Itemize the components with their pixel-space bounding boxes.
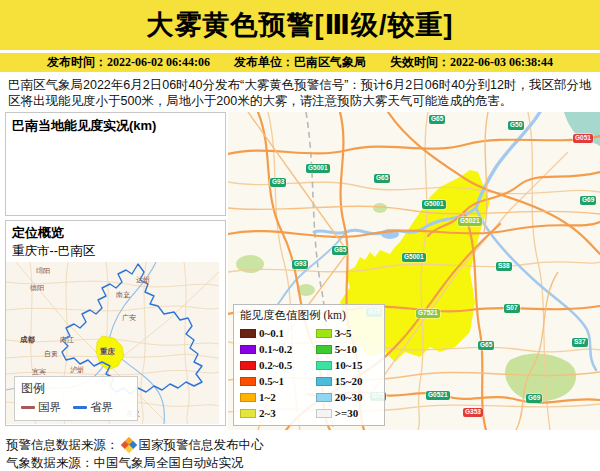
legend-swatch <box>240 345 256 354</box>
legend-item: 0.1~0.2 <box>240 342 308 356</box>
boundary-legend-label: 省界 <box>90 400 113 415</box>
boundary-legend-label: 国界 <box>38 400 61 415</box>
legend-item: 5~10 <box>316 342 378 356</box>
legend-range-label: 0.2~0.5 <box>259 360 292 371</box>
data-sources: 预警信息数据来源： 国家预警信息发布中心 气象数据来源：中国气象局全国自动站实况 <box>0 430 600 471</box>
road-shield-label: G7521 <box>416 309 440 318</box>
city-label: 广安 <box>122 314 136 321</box>
legend-swatch <box>316 377 332 386</box>
road-shield-label: G93 <box>270 178 286 187</box>
boundary-line-swatch <box>73 406 87 409</box>
road-shield-label: G50 <box>508 121 524 130</box>
boundary-legend-rows: 国界省界 <box>21 400 131 415</box>
legend-swatch <box>240 329 256 338</box>
boundary-legend-item: 国界 <box>21 400 61 415</box>
main-content: 巴南当地能见度实况(km) 定位概览 重庆市--巴南区 <box>0 112 600 430</box>
road-shield-label: S07 <box>504 304 520 313</box>
warning-source-line: 预警信息数据来源： 国家预警信息发布中心 <box>6 436 594 454</box>
road-shield-label: G65 <box>429 115 445 124</box>
legend-swatch <box>316 329 332 338</box>
legend-item: 3~5 <box>316 326 378 340</box>
boundary-line-swatch <box>21 406 35 409</box>
warning-description: 巴南区气象局2022年6月2日06时40分发布“大雾黄色预警信号”：预计6月2日… <box>0 72 600 112</box>
location-panel-header: 定位概览 重庆市--巴南区 <box>6 221 225 262</box>
location-panel: 定位概览 重庆市--巴南区 <box>5 220 226 426</box>
legend-item: 10~15 <box>316 358 378 372</box>
legend-range-label: 10~15 <box>335 360 363 371</box>
expire-time: 失效时间：2022-06-03 06:38:44 <box>390 54 553 71</box>
road-shield-label: G051 <box>573 134 593 143</box>
road-shield-label: G69 <box>580 196 596 205</box>
legend-range-label: 1~2 <box>259 392 276 403</box>
city-label: 绵阳 <box>36 267 50 274</box>
weather-source-line: 气象数据来源：中国气象局全国自动站实况 <box>6 454 594 471</box>
legend-range-label: 0~0.1 <box>259 328 284 339</box>
legend-swatch <box>240 361 256 370</box>
city-label: 宜宾 <box>32 368 46 375</box>
road-shield-label: G65 <box>374 174 390 183</box>
boundary-legend: 图例 国界省界 <box>14 376 138 421</box>
road-shield-label: G5001 <box>402 253 426 262</box>
legend-swatch <box>316 345 332 354</box>
road-shield-label: S37 <box>572 338 588 347</box>
road-shield-label: G5001 <box>422 200 446 209</box>
road-shield-label: G85 <box>332 246 348 255</box>
road-shield-label: G5021 <box>458 217 482 226</box>
legend-swatch <box>240 377 256 386</box>
national-warning-center-logo-icon <box>122 438 136 452</box>
legend-item: 2~3 <box>240 406 308 420</box>
overview-map[interactable]: 绵阳德阳达州南充成都广安内江自贡重庆宜宾泸州遵义 图例 国界省界 <box>6 262 225 425</box>
warning-source-name: 国家预警信息发布中心 <box>139 437 264 454</box>
legend-range-label: 20~30 <box>335 392 363 403</box>
legend-swatch <box>240 409 256 418</box>
city-label: 达州 <box>136 276 150 283</box>
road-shield-label: S38 <box>496 262 512 271</box>
issuer: 发布单位：巴南区气象局 <box>234 54 366 71</box>
visibility-legend-items: 0~0.10.1~0.20.2~0.50.5~11~22~33~55~1010~… <box>240 326 378 420</box>
city-label: 南充 <box>116 291 130 298</box>
boundary-legend-item: 省界 <box>73 400 113 415</box>
legend-range-label: 0.5~1 <box>259 376 284 387</box>
legend-item: 15~20 <box>316 374 378 388</box>
city-label: 德阳 <box>30 284 44 291</box>
legend-range-label: 3~5 <box>335 328 352 339</box>
city-label: 泸州 <box>70 366 84 373</box>
legend-item: 20~30 <box>316 390 378 404</box>
legend-range-label: >=30 <box>335 408 359 419</box>
city-label: 内江 <box>60 336 74 343</box>
road-shield-label: G5001 <box>306 164 330 173</box>
boundary-legend-title: 图例 <box>21 380 131 397</box>
left-column: 巴南当地能见度实况(km) 定位概览 重庆市--巴南区 <box>5 112 226 430</box>
city-label: 自贡 <box>44 350 58 357</box>
location-panel-title: 定位概览 <box>12 224 219 242</box>
legend-item: 0.2~0.5 <box>240 358 308 372</box>
road-shield-label: G93 <box>292 260 308 269</box>
legend-range-label: 0.1~0.2 <box>259 344 292 355</box>
legend-item: >=30 <box>316 406 378 420</box>
road-shield-label: G69 <box>526 394 542 403</box>
location-subtitle: 重庆市--巴南区 <box>12 243 219 260</box>
city-label: 成都 <box>20 336 35 344</box>
page-title: 大雾黄色预警[Ⅲ级/较重] <box>146 12 453 39</box>
legend-swatch <box>316 409 332 418</box>
warning-source-label: 预警信息数据来源： <box>6 437 119 454</box>
visibility-color-legend: 能见度色值图例 (km) 0~0.10.1~0.20.2~0.50.5~11~2… <box>233 304 385 426</box>
road-shield-label: G0521 <box>426 391 450 400</box>
issue-time: 发布时间：2022-06-02 06:44:06 <box>47 54 210 71</box>
warning-meta-bar: 发布时间：2022-06-02 06:44:06 发布单位：巴南区气象局 失效时… <box>0 53 600 72</box>
legend-range-label: 2~3 <box>259 408 276 419</box>
legend-range-label: 5~10 <box>335 344 357 355</box>
visibility-legend-title: 能见度色值图例 (km) <box>240 308 378 323</box>
city-label: 重庆 <box>100 348 115 356</box>
legend-swatch <box>240 393 256 402</box>
warning-banner: 大雾黄色预警[Ⅲ级/较重] <box>0 0 600 53</box>
visibility-map[interactable]: G65G50G051G5001G93G65G69G5001G5021G85G50… <box>228 112 600 430</box>
legend-range-label: 15~20 <box>335 376 363 387</box>
legend-item: 1~2 <box>240 390 308 404</box>
road-shield-label: G65 <box>478 341 494 350</box>
legend-item: 0~0.1 <box>240 326 308 340</box>
road-shield-label: G353 <box>463 408 483 417</box>
visibility-panel: 巴南当地能见度实况(km) <box>5 112 226 216</box>
legend-swatch <box>316 393 332 402</box>
visibility-panel-title: 巴南当地能见度实况(km) <box>12 117 219 135</box>
